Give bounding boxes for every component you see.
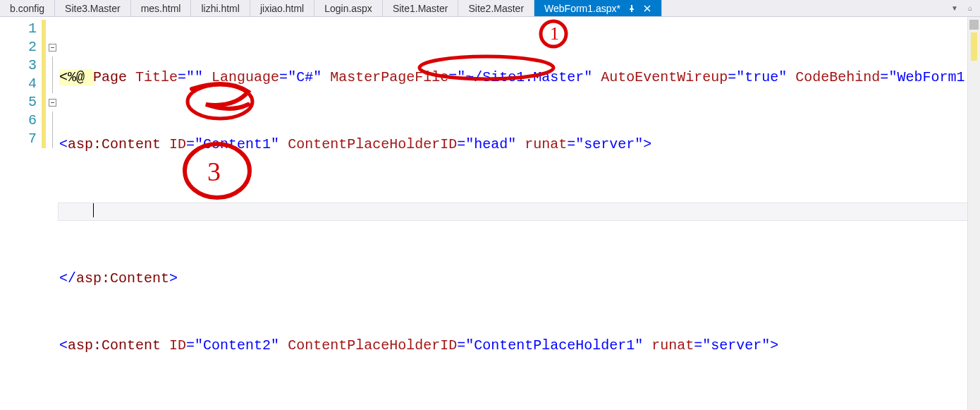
line-number-gutter: 1 2 3 4 5 6 7 [0, 17, 41, 410]
close-icon[interactable] [643, 4, 651, 13]
tab-home-icon[interactable]: ⌂ [964, 4, 976, 12]
tab-loginaspx[interactable]: Login.aspx [314, 0, 383, 16]
code-line[interactable] [58, 203, 980, 221]
code-area[interactable]: <%@ Page Title="" Language="C#" MasterPa… [58, 17, 980, 410]
line-number: 4 [0, 75, 41, 93]
tab-label: WebForm1.aspx* [544, 3, 620, 14]
change-indicator [41, 17, 47, 410]
tab-bar: b.config Site3.Master mes.html lizhi.htm… [0, 0, 980, 17]
tab-webform1aspx[interactable]: WebForm1.aspx* [534, 0, 662, 16]
line-number: 2 [0, 38, 41, 56]
text-caret [93, 203, 94, 217]
tab-site2master[interactable]: Site2.Master [458, 0, 534, 16]
line-number: 5 [0, 93, 41, 111]
code-line[interactable]: </asp:Content> [58, 270, 980, 288]
tab-jixiaohtml[interactable]: jixiao.html [250, 0, 314, 16]
line-number: 3 [0, 56, 41, 75]
code-line[interactable] [58, 404, 980, 410]
fold-toggle[interactable] [47, 93, 58, 111]
code-editor[interactable]: 1 2 3 4 5 6 7 <%@ Page Title="" Language… [0, 17, 980, 410]
tab-dropdown-icon[interactable]: ▼ [949, 4, 960, 12]
tab-bconfig[interactable]: b.config [0, 0, 55, 16]
line-number: 6 [0, 111, 41, 130]
code-line[interactable]: <asp:Content ID="Content1" ContentPlaceH… [58, 135, 980, 154]
code-line[interactable]: <%@ Page Title="" Language="C#" MasterPa… [58, 68, 980, 87]
fold-gutter [47, 17, 58, 410]
vertical-scrollbar[interactable] [967, 17, 980, 410]
tab-lizhihtml[interactable]: lizhi.html [191, 0, 250, 16]
pin-icon[interactable] [627, 4, 636, 13]
tab-overflow-controls: ▼ ⌂ [945, 0, 980, 16]
line-number: 7 [0, 130, 41, 148]
code-line[interactable]: <asp:Content ID="Content2" ContentPlaceH… [58, 337, 980, 355]
tab-meshtml[interactable]: mes.html [131, 0, 192, 16]
tab-site1master[interactable]: Site1.Master [383, 0, 459, 16]
line-number: 1 [0, 20, 41, 38]
scroll-up-button[interactable] [969, 20, 979, 30]
tab-site3master[interactable]: Site3.Master [55, 0, 131, 16]
scroll-change-marks [971, 32, 977, 61]
fold-toggle[interactable] [47, 38, 58, 56]
